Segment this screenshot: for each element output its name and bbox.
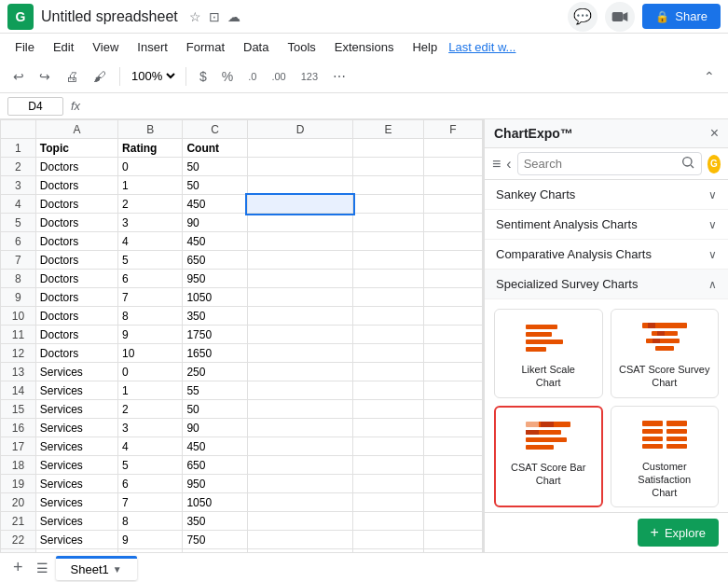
cell[interactable] [353, 531, 424, 549]
percent-button[interactable]: % [216, 65, 239, 88]
cell[interactable] [423, 195, 482, 214]
cell[interactable]: 350 [183, 307, 247, 326]
cell[interactable]: Doctors [35, 326, 117, 344]
cell[interactable] [423, 437, 482, 456]
cell[interactable]: 55 [183, 381, 247, 400]
table-row[interactable]: 22Services9750 [1, 531, 483, 549]
collapse-button[interactable]: ⌃ [698, 65, 721, 88]
search-input[interactable] [524, 157, 680, 171]
cell[interactable] [423, 456, 482, 475]
cell[interactable] [423, 214, 482, 232]
cell[interactable] [353, 344, 424, 363]
table-row[interactable]: 9Doctors71050 [1, 288, 483, 307]
cell[interactable]: 650 [183, 251, 247, 270]
cell[interactable] [353, 251, 424, 270]
col-header-a[interactable]: A [35, 120, 117, 139]
cell[interactable]: 4 [118, 437, 183, 456]
cell[interactable]: 7 [118, 288, 183, 307]
cell[interactable] [353, 232, 424, 251]
menu-edit[interactable]: Edit [46, 38, 81, 56]
col-header-b[interactable]: B [118, 120, 183, 139]
cell[interactable]: 450 [183, 232, 247, 251]
cell[interactable] [247, 195, 352, 214]
cell[interactable] [353, 381, 424, 400]
panel-close-button[interactable]: × [710, 125, 719, 142]
cell[interactable]: Services [35, 512, 117, 531]
cell[interactable] [353, 307, 424, 326]
cell[interactable]: Doctors [35, 344, 117, 363]
category-sentiment[interactable]: Sentiment Analysis Charts ∨ [485, 210, 728, 240]
decimal0-button[interactable]: .0 [242, 67, 262, 86]
move-icon[interactable]: ⊡ [209, 9, 220, 24]
cell[interactable] [247, 232, 352, 251]
sheet-list-button[interactable]: ☰ [36, 561, 48, 575]
cell[interactable] [247, 288, 352, 307]
format123-button[interactable]: 123 [295, 67, 323, 86]
cell[interactable] [353, 288, 424, 307]
redo-button[interactable]: ↪ [34, 65, 56, 88]
cell[interactable]: 50 [183, 400, 247, 419]
cell[interactable]: 1650 [183, 344, 247, 363]
cell[interactable]: 4 [118, 232, 183, 251]
cell[interactable] [247, 400, 352, 419]
cell[interactable] [423, 176, 482, 195]
menu-help[interactable]: Help [405, 38, 445, 56]
print-button[interactable]: 🖨 [60, 65, 84, 88]
cell[interactable]: 650 [183, 456, 247, 475]
cell-reference[interactable] [7, 97, 63, 116]
add-sheet-button[interactable]: + [7, 556, 29, 579]
table-row[interactable]: 5Doctors390 [1, 214, 483, 232]
cell[interactable] [423, 232, 482, 251]
cell[interactable]: Doctors [35, 232, 117, 251]
cell[interactable]: Doctors [35, 195, 117, 214]
cell[interactable] [423, 419, 482, 437]
cell[interactable]: Doctors [35, 158, 117, 176]
cell[interactable]: Services [35, 456, 117, 475]
share-button[interactable]: 🔒 Share [642, 4, 721, 29]
cell[interactable] [353, 176, 424, 195]
last-edit-link[interactable]: Last edit w... [448, 40, 515, 54]
table-row[interactable]: 6Doctors4450 [1, 232, 483, 251]
star-icon[interactable]: ☆ [189, 9, 201, 24]
cell[interactable]: 2 [118, 400, 183, 419]
currency-button[interactable]: $ [194, 65, 213, 88]
cell[interactable]: 10 [118, 344, 183, 363]
table-row[interactable]: 11Doctors91750 [1, 326, 483, 344]
cell[interactable]: 6 [118, 475, 183, 493]
table-row[interactable]: 2Doctors050 [1, 158, 483, 176]
cell[interactable] [423, 493, 482, 512]
cell[interactable]: 50 [183, 176, 247, 195]
explore-button[interactable]: + Explore [638, 519, 719, 547]
cell[interactable]: 90 [183, 214, 247, 232]
cell[interactable]: Doctors [35, 307, 117, 326]
table-row[interactable]: 13Services0250 [1, 363, 483, 381]
cell[interactable] [247, 326, 352, 344]
col-header-e[interactable]: E [353, 120, 424, 139]
cloud-icon[interactable]: ☁ [227, 9, 240, 24]
cell[interactable]: 250 [183, 363, 247, 381]
table-row[interactable]: 1TopicRatingCount [1, 139, 483, 158]
chart-card-csat-bar[interactable]: CSAT Score BarChart [494, 406, 603, 508]
cell[interactable] [423, 400, 482, 419]
cell[interactable] [353, 437, 424, 456]
cell[interactable] [423, 475, 482, 493]
cell[interactable] [247, 363, 352, 381]
cell[interactable] [247, 270, 352, 288]
meet-icon[interactable] [605, 2, 635, 32]
cell[interactable]: 50 [183, 158, 247, 176]
table-row[interactable]: 17Services4450 [1, 437, 483, 456]
cell[interactable] [353, 549, 424, 553]
comment-icon[interactable]: 💬 [568, 2, 598, 32]
table-row[interactable]: 12Doctors101650 [1, 344, 483, 363]
cell[interactable] [353, 419, 424, 437]
cell[interactable]: 3 [118, 419, 183, 437]
chart-card-customer-satisfaction[interactable]: Customer SatisfactionChart [611, 406, 720, 508]
cell[interactable] [423, 549, 482, 553]
cell[interactable]: 1050 [183, 493, 247, 512]
cell[interactable] [247, 419, 352, 437]
cell[interactable] [247, 531, 352, 549]
cell[interactable]: 6 [118, 270, 183, 288]
col-header-d[interactable]: D [247, 120, 352, 139]
cell[interactable] [353, 195, 424, 214]
menu-insert[interactable]: Insert [130, 38, 175, 56]
